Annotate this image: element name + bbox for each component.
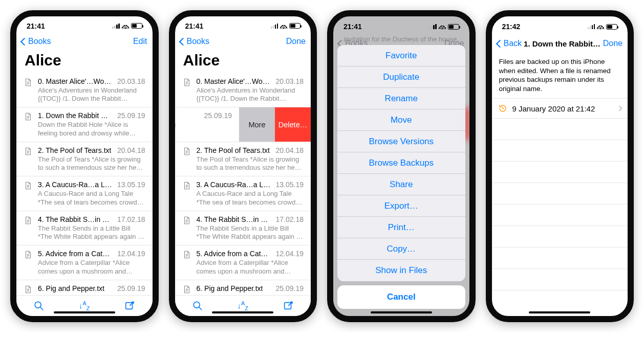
file-preview: Advice from a Caterpillar *Alice comes u… xyxy=(197,259,304,276)
file-name: 6. Pig and Pepper.txt xyxy=(197,284,263,292)
document-icon-wrap xyxy=(182,216,191,225)
file-row[interactable]: 1. Down the Rabbit Hole.txt25.09.19Down … xyxy=(16,107,153,142)
action-sheet-item[interactable]: Share xyxy=(337,174,465,195)
back-button[interactable]: Books xyxy=(180,37,209,46)
swiped-row[interactable]: abbit Hole.txt25.09.19bit Hole *Alice is… xyxy=(175,107,311,142)
folder-title: Alice xyxy=(175,51,311,73)
file-row-body: 2. The Pool of Tears.txt20.04.18The Pool… xyxy=(38,146,145,172)
action-sheet-item[interactable]: Show in Files xyxy=(337,260,465,281)
phone-screen-backups: 21:42 Back 1. Down the Rabbit Hole.txt D… xyxy=(486,10,634,322)
search-button[interactable] xyxy=(191,300,204,312)
action-sheet-item[interactable]: Export… xyxy=(337,195,465,217)
file-preview: Advice from a Caterpillar *Alice comes u… xyxy=(38,259,145,276)
document-icon-wrap xyxy=(24,181,33,190)
home-indicator[interactable] xyxy=(54,311,115,313)
swipe-delete-button[interactable]: Delete… xyxy=(275,107,311,142)
history-icon xyxy=(498,104,507,113)
folder-title: Alice xyxy=(16,51,153,73)
file-preview: Pig and Pepper *A Fish-Footman has an in… xyxy=(38,294,145,296)
file-row[interactable]: 0. Master Alice'…Wonderland.txt20.03.18A… xyxy=(175,73,311,107)
file-row-body: 0. Master Alice'…Wonderland.txt20.03.18A… xyxy=(38,77,145,103)
back-button[interactable]: Back xyxy=(497,39,522,48)
file-row[interactable]: 2. The Pool of Tears.txt20.04.18The Pool… xyxy=(175,142,311,176)
action-sheet-item[interactable]: Copy… xyxy=(337,238,465,260)
action-sheet-cancel-button[interactable]: Cancel xyxy=(337,285,465,309)
chevron-right-icon xyxy=(616,106,622,111)
backup-entry-row[interactable]: 9 January 2020 at 21:42 xyxy=(492,98,628,119)
file-preview: The Rabbit Sends in a Little Bill *The W… xyxy=(38,224,145,241)
document-icon-wrap xyxy=(24,147,33,156)
home-indicator[interactable] xyxy=(529,311,590,313)
file-date: 12.04.19 xyxy=(276,250,304,258)
file-row[interactable]: 6. Pig and Pepper.txt25.09.19Pig and Pep… xyxy=(16,280,153,296)
action-sheet-item[interactable]: Duplicate xyxy=(337,66,465,88)
clock: 21:42 xyxy=(502,22,521,31)
chevron-left-icon xyxy=(180,37,186,46)
file-row[interactable]: 4. The Rabbit S…in a Little Bill.txt17.0… xyxy=(16,211,153,245)
file-name: 6. Pig and Pepper.txt xyxy=(38,284,104,292)
file-row[interactable]: 2. The Pool of Tears.txt20.04.18The Pool… xyxy=(16,142,153,176)
document-icon-wrap xyxy=(24,112,33,121)
file-row-body: abbit Hole.txt25.09.19bit Hole *Alice is… xyxy=(175,111,232,138)
document-icon-wrap xyxy=(24,78,33,87)
file-date: 17.02.18 xyxy=(117,215,145,223)
document-icon xyxy=(182,250,191,259)
file-list[interactable]: 0. Master Alice'…Wonderland.txt20.03.18A… xyxy=(175,73,311,296)
compose-button[interactable] xyxy=(282,300,294,312)
status-bar: 21:41 xyxy=(16,16,153,33)
file-name: 4. The Rabbit S…in a Little Bill.txt xyxy=(38,215,113,223)
action-sheet-item[interactable]: Rename xyxy=(337,88,465,109)
document-icon xyxy=(24,147,33,156)
edit-button[interactable]: Edit xyxy=(133,37,147,46)
background-snippet: invitation for the Duchess of the house, xyxy=(337,35,465,45)
file-date: 12.04.19 xyxy=(117,250,145,258)
sort-button[interactable]: ↓AZ xyxy=(237,300,249,312)
file-list[interactable]: 0. Master Alice'…Wonderland.txt20.03.18A… xyxy=(16,73,153,296)
compose-button[interactable] xyxy=(123,300,136,312)
file-row[interactable]: 3. A Caucus-Ra…a Long Tale.txt13.05.19A … xyxy=(16,176,153,211)
done-button[interactable]: Done xyxy=(286,37,306,46)
swipe-more-button[interactable]: More xyxy=(239,107,275,142)
action-sheet-item[interactable]: Print… xyxy=(337,217,465,238)
home-indicator[interactable] xyxy=(371,311,432,313)
phone-screen-actionsheet: 21:41 Books Done invitation for the Duch… xyxy=(327,10,476,322)
action-sheet-item[interactable]: Favorite xyxy=(337,45,465,66)
file-date: 20.03.18 xyxy=(276,77,304,85)
status-bar: 21:42 xyxy=(492,16,628,34)
file-row-body: 5. Advice from a Caterpillar.txt12.04.19… xyxy=(197,250,304,276)
action-sheet-item[interactable]: Browse Versions xyxy=(337,131,465,152)
done-button[interactable]: Done xyxy=(603,39,622,48)
action-sheet-item[interactable]: Browse Backups xyxy=(337,152,465,174)
document-icon xyxy=(182,181,191,190)
back-button[interactable]: Books xyxy=(22,37,51,46)
cancel-label: Cancel xyxy=(387,292,416,302)
file-date: 25.09.19 xyxy=(117,111,145,120)
home-indicator[interactable] xyxy=(212,311,273,313)
file-row[interactable]: 5. Advice from a Caterpillar.txt12.04.19… xyxy=(175,245,311,280)
file-row-body: 5. Advice from a Caterpillar.txt12.04.19… xyxy=(38,250,145,276)
battery-icon xyxy=(289,23,300,29)
phone-screen-swipe: 21:41 Books Done Alice 0. Master Alice'…… xyxy=(169,10,317,322)
file-row[interactable]: 6. Pig and Pepper.txt25.09.19Pig and Pep… xyxy=(175,280,311,296)
file-row[interactable]: 3. A Caucus-Ra…a Long Tale.txt13.05.19A … xyxy=(175,176,311,211)
file-row-body: 0. Master Alice'…Wonderland.txt20.03.18A… xyxy=(197,77,304,103)
file-date: 20.04.18 xyxy=(276,146,304,154)
file-row[interactable]: 5. Advice from a Caterpillar.txt12.04.19… xyxy=(16,245,153,280)
document-icon-wrap xyxy=(24,285,33,294)
wifi-icon xyxy=(597,24,604,29)
file-row[interactable]: 4. The Rabbit S…in a Little Bill.txt17.0… xyxy=(175,211,311,245)
file-name: 3. A Caucus-Ra…a Long Tale.txt xyxy=(197,181,272,189)
file-row-body: 2. The Pool of Tears.txt20.04.18The Pool… xyxy=(197,146,304,172)
document-icon-wrap xyxy=(182,147,191,156)
wifi-icon xyxy=(122,24,129,29)
action-sheet-item[interactable]: Move xyxy=(337,109,465,131)
sort-button[interactable]: ↓AZ xyxy=(78,300,91,312)
file-preview: The Rabbit Sends in a Little Bill *The W… xyxy=(197,224,304,241)
svg-line-22 xyxy=(40,307,44,310)
done-label: Done xyxy=(603,39,622,48)
file-row-body: 1. Down the Rabbit Hole.txt25.09.19Down … xyxy=(38,111,145,138)
file-row[interactable]: 0. Master Alice'…Wonderland.txt20.03.18A… xyxy=(16,73,153,107)
action-sheet-overlay[interactable]: invitation for the Duchess of the house,… xyxy=(333,16,469,316)
search-button[interactable] xyxy=(33,300,45,312)
document-icon xyxy=(182,216,191,225)
